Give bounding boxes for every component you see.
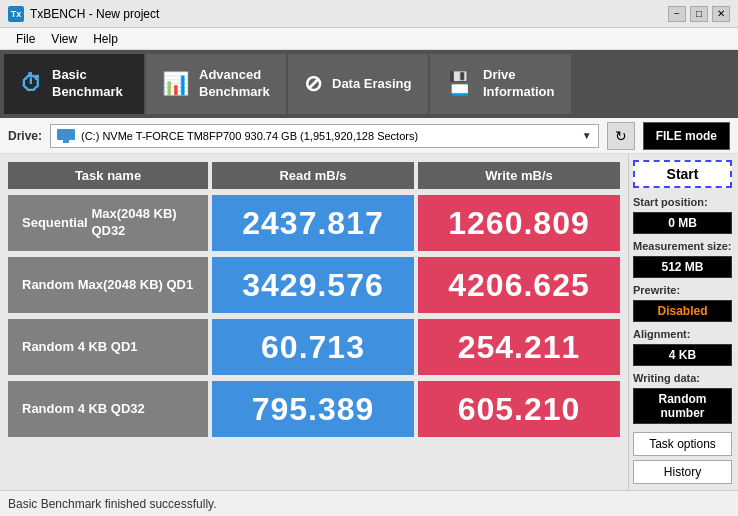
table-header: Task name Read mB/s Write mB/s — [8, 162, 620, 189]
menu-bar: File View Help — [0, 28, 738, 50]
right-panel: Start Start position: 0 MB Measurement s… — [628, 154, 738, 490]
menu-view[interactable]: View — [43, 30, 85, 48]
start-position-label: Start position: — [633, 196, 732, 208]
write-cell-2: 254.211 — [418, 319, 620, 375]
drive-dropdown-arrow: ▼ — [582, 130, 592, 141]
measurement-size-label: Measurement size: — [633, 240, 732, 252]
prewrite-value[interactable]: Disabled — [633, 300, 732, 322]
window-controls: − □ ✕ — [668, 6, 730, 22]
advanced-benchmark-icon: 📊 — [162, 71, 189, 97]
refresh-button[interactable]: ↻ — [607, 122, 635, 150]
drive-pc-icon — [57, 129, 75, 143]
drive-select-content: (C:) NVMe T-FORCE TM8FP700 930.74 GB (1,… — [57, 129, 418, 143]
benchmark-table: Task name Read mB/s Write mB/s Sequentia… — [0, 154, 628, 490]
minimize-button[interactable]: − — [668, 6, 686, 22]
row-label-2: Random 4 KB QD1 — [8, 319, 208, 375]
alignment-value[interactable]: 4 KB — [633, 344, 732, 366]
alignment-label: Alignment: — [633, 328, 732, 340]
task-options-button[interactable]: Task options — [633, 432, 732, 456]
data-erasing-icon: ⊘ — [304, 71, 322, 97]
title-bar: Tx TxBENCH - New project − □ ✕ — [0, 0, 738, 28]
status-bar: Basic Benchmark finished successfully. — [0, 490, 738, 516]
maximize-button[interactable]: □ — [690, 6, 708, 22]
writing-data-value[interactable]: Random number — [633, 388, 732, 424]
svg-rect-0 — [57, 129, 75, 140]
start-button[interactable]: Start — [633, 160, 732, 188]
drive-text: (C:) NVMe T-FORCE TM8FP700 930.74 GB (1,… — [81, 130, 418, 142]
drive-selector[interactable]: (C:) NVMe T-FORCE TM8FP700 930.74 GB (1,… — [50, 124, 599, 148]
toolbar-btn-basic[interactable]: ⏱ Basic Benchmark — [4, 54, 144, 114]
drive-info-icon: 💾 — [446, 71, 473, 97]
measurement-size-value[interactable]: 512 MB — [633, 256, 732, 278]
close-button[interactable]: ✕ — [712, 6, 730, 22]
write-cell-0: 1260.809 — [418, 195, 620, 251]
file-mode-button[interactable]: FILE mode — [643, 122, 730, 150]
toolbar-btn-basic-label: Basic Benchmark — [52, 67, 123, 101]
app-title: TxBENCH - New project — [30, 7, 159, 21]
menu-help[interactable]: Help — [85, 30, 126, 48]
read-cell-2: 60.713 — [212, 319, 414, 375]
row-label-3: Random 4 KB QD32 — [8, 381, 208, 437]
row-label-0: Sequential Max(2048 KB) QD32 — [8, 195, 208, 251]
writing-data-label: Writing data: — [633, 372, 732, 384]
drive-bar: Drive: (C:) NVMe T-FORCE TM8FP700 930.74… — [0, 118, 738, 154]
menu-file[interactable]: File — [8, 30, 43, 48]
drive-label: Drive: — [8, 129, 42, 143]
table-row: Random 4 KB QD32 795.389 605.210 — [8, 381, 620, 437]
row-label-1: Random Max(2048 KB) QD1 — [8, 257, 208, 313]
svg-rect-1 — [63, 140, 69, 143]
app-icon: Tx — [8, 6, 24, 22]
toolbar-btn-erasing[interactable]: ⊘ Data Erasing — [288, 54, 428, 114]
table-row: Random 4 KB QD1 60.713 254.211 — [8, 319, 620, 375]
title-bar-left: Tx TxBENCH - New project — [8, 6, 159, 22]
toolbar-btn-erasing-label: Data Erasing — [332, 76, 411, 93]
read-cell-3: 795.389 — [212, 381, 414, 437]
table-row: Sequential Max(2048 KB) QD32 2437.817 12… — [8, 195, 620, 251]
col-header-read: Read mB/s — [212, 162, 414, 189]
col-header-task: Task name — [8, 162, 208, 189]
main-content: Task name Read mB/s Write mB/s Sequentia… — [0, 154, 738, 490]
table-row: Random Max(2048 KB) QD1 3429.576 4206.62… — [8, 257, 620, 313]
toolbar-btn-driveinfo[interactable]: 💾 Drive Information — [430, 54, 571, 114]
write-cell-1: 4206.625 — [418, 257, 620, 313]
start-position-value[interactable]: 0 MB — [633, 212, 732, 234]
toolbar-btn-advanced[interactable]: 📊 Advanced Benchmark — [146, 54, 286, 114]
toolbar: ⏱ Basic Benchmark 📊 Advanced Benchmark ⊘… — [0, 50, 738, 118]
toolbar-btn-advanced-label: Advanced Benchmark — [199, 67, 270, 101]
history-button[interactable]: History — [633, 460, 732, 484]
read-cell-0: 2437.817 — [212, 195, 414, 251]
write-cell-3: 605.210 — [418, 381, 620, 437]
col-header-write: Write mB/s — [418, 162, 620, 189]
basic-benchmark-icon: ⏱ — [20, 71, 42, 97]
read-cell-1: 3429.576 — [212, 257, 414, 313]
status-text: Basic Benchmark finished successfully. — [8, 497, 217, 511]
toolbar-btn-driveinfo-label: Drive Information — [483, 67, 555, 101]
prewrite-label: Prewrite: — [633, 284, 732, 296]
